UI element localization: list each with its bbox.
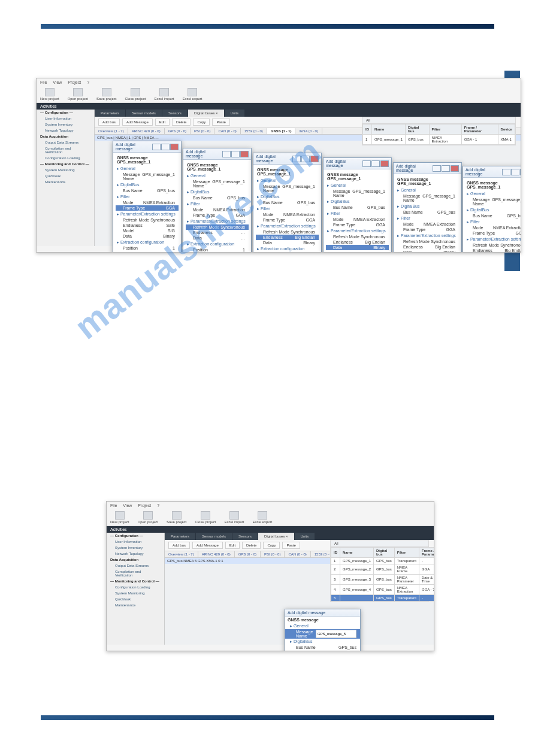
form-row[interactable]: Refresh ModeSynchronous [186,224,249,230]
minimize-icon[interactable] [292,156,301,162]
col-header[interactable]: Filter [429,125,461,135]
cell[interactable]: 3 [331,575,340,585]
group-label[interactable]: ▸ DigitalBus [327,199,389,204]
minimize-icon[interactable] [433,165,441,172]
sidebar-item[interactable]: User Information [107,539,164,545]
field-value[interactable]: GPS_message_1 [212,180,245,188]
form-row[interactable]: Refresh ModeSynchronous [116,217,179,223]
cell[interactable]: 2 [331,564,340,575]
maximize-icon[interactable] [511,169,519,175]
subtab[interactable]: PSI (0 - 0) [261,551,285,557]
col-header[interactable]: Filter [394,548,419,558]
form-row[interactable]: Message NameGPS_message_1 [396,193,459,203]
group-label[interactable]: ▸ Filter [187,202,249,207]
field-value[interactable]: GGA [306,218,315,222]
field-value[interactable]: GGA [446,227,455,232]
group-label[interactable]: ▸ DigitalBus [257,195,319,199]
cell[interactable]: NMEA Extraction [429,135,461,145]
minimize-icon[interactable] [362,160,371,167]
subtab[interactable]: GPS (0 - 0) [165,128,191,134]
form-row[interactable]: ModeNMEA Extraction [396,221,459,227]
field-value[interactable]: GPS_bus [338,645,356,649]
form-row[interactable]: Position1 [186,247,249,253]
field-value[interactable]: Binary [303,241,315,245]
cmd-add-bus[interactable]: Add bus [168,542,190,549]
form-row[interactable]: Enable Multiplier [116,251,179,253]
field-value[interactable]: GPS_message_1 [282,184,315,193]
col-header[interactable]: Frame / Parameter [419,548,434,558]
message-name-input[interactable] [316,630,356,638]
subtab[interactable]: Overview (1 - 7) [165,551,198,557]
cell[interactable]: XMA-1 [498,135,515,145]
sidebar-item[interactable]: Compilation and Verification [37,145,94,155]
group-label[interactable]: ▸ DigitalBus [397,204,459,209]
minimize-icon[interactable] [152,144,161,150]
field-value[interactable]: GPS_bus [157,189,175,193]
form-row[interactable]: Bus NameGPS_bus [396,210,459,215]
tb-new-project[interactable]: New project [110,511,129,524]
field-value[interactable]: GPS_message_1 [492,198,521,206]
cell[interactable]: Transparent [394,558,419,564]
cell[interactable]: 5 [331,595,340,602]
form-row[interactable]: ModeNMEA Extraction [466,225,521,230]
cell[interactable]: 1 [363,135,372,145]
workspace-tab[interactable]: Digital buses × [258,533,295,540]
form-row[interactable]: DataBinary [396,250,459,253]
field-value[interactable]: GPS_message_1 [422,194,455,202]
sidebar-item[interactable]: Configuration Loading [107,584,164,590]
workspace-tab[interactable]: Digital buses × [188,110,225,117]
subtab[interactable]: CAN (0 - 0) [285,551,310,557]
workspace-tab[interactable]: Parameters [95,110,126,117]
cell[interactable]: - [419,595,434,602]
cmd-paste[interactable]: Paste [212,119,229,126]
group-label[interactable]: ▸ Parameter/Extraction settings [257,224,319,229]
group-label[interactable]: ▸ Filter [467,220,521,224]
cell[interactable]: GPS_message_4 [340,585,374,595]
field-value[interactable]: Synchronous [220,225,245,229]
sidebar-item[interactable]: Maintenance [37,179,94,185]
cell[interactable]: NMEA Frame [394,564,419,575]
form-row[interactable]: Message Name [285,629,360,639]
group-label[interactable]: ▸ General [467,192,521,196]
form-row[interactable]: Position1 [256,252,319,253]
group-label[interactable]: ▸ Parameter/Extraction settings [327,229,389,233]
form-row[interactable]: EndianessBig Endian [256,235,319,240]
form-row[interactable]: Position1 [116,245,179,251]
workspace-tab[interactable]: Sensors [162,110,188,117]
group-label[interactable]: ▸ Extraction configuration [257,247,319,251]
menu-file[interactable]: File [110,503,117,508]
form-row[interactable]: Message NameGPS_message_1 [256,184,319,193]
field-value[interactable]: Big Endian [295,235,315,239]
cmd-paste[interactable]: Paste [282,542,300,549]
form-row[interactable]: EndianessBig Endian [466,248,521,253]
group-label[interactable]: ▸ Filter [117,195,179,199]
cmd-copy[interactable]: Copy [193,119,210,126]
tb-new-project[interactable]: New project [40,88,59,101]
sidebar-item[interactable]: User Information [37,116,94,122]
tb-close-project[interactable]: Close project [125,88,146,101]
form-row[interactable]: Refresh ModeSynchronous [466,242,521,248]
field-value[interactable]: Big Endian [504,248,521,253]
field-value[interactable]: GGA [376,223,385,227]
col-header[interactable]: Name [340,548,374,558]
form-row[interactable]: Bus NameGPS_bus [285,645,360,650]
field-value[interactable]: Big Endian [365,240,385,244]
cell[interactable]: GPS_bus [374,585,395,595]
field-value[interactable]: 1 [173,246,175,250]
subtab[interactable]: ARINC 429 (0 - 0) [198,551,235,557]
field-value[interactable]: Synchronous [361,235,385,239]
sidebar-item[interactable]: Configuration Loading [37,155,94,161]
close-icon[interactable] [451,165,459,172]
menu-help[interactable]: ? [157,503,159,508]
field-value[interactable]: 1 [243,248,245,252]
subtab[interactable]: 1553 (0 - 0) [241,128,267,134]
form-row[interactable]: ModeNMEA Extraction [256,212,319,217]
maximize-icon[interactable] [442,165,450,172]
field-value[interactable]: GGA [515,231,521,235]
form-row[interactable]: Refresh ModeSynchronous [256,229,319,235]
menu-view[interactable]: View [53,80,62,84]
field-value[interactable]: NMEA Extraction [493,226,521,230]
menu-help[interactable]: ? [87,80,89,84]
cell[interactable]: - [419,558,434,564]
form-row[interactable]: DataBinary [326,245,389,250]
